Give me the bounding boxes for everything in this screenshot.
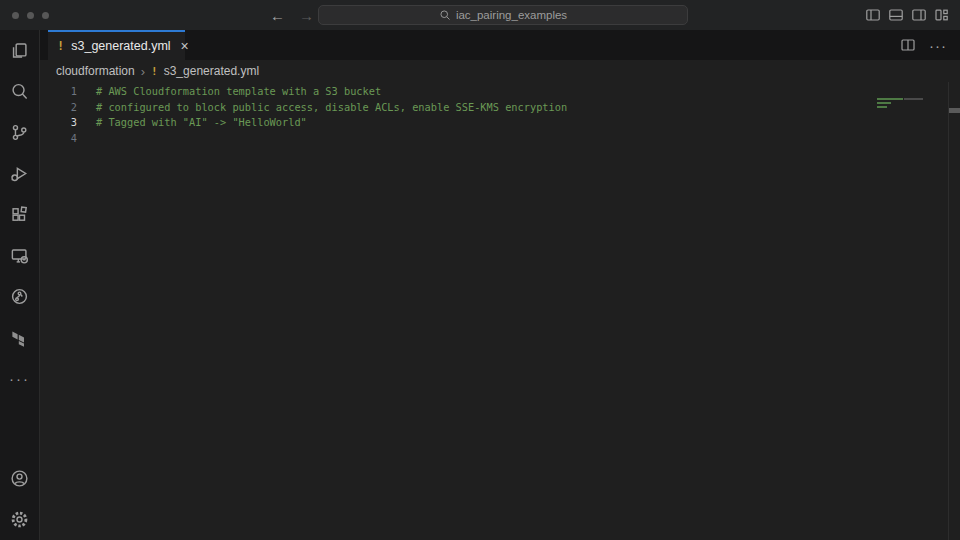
toggle-primary-sidebar-icon[interactable]: [865, 7, 881, 23]
editor-more-actions-icon[interactable]: ···: [929, 37, 947, 54]
breadcrumb: cloudformation › ! s3_generated.yml: [40, 60, 960, 82]
sidebar-item-remote-explorer[interactable]: [0, 235, 40, 276]
tab-bar: ! s3_generated.yml × ···: [40, 30, 960, 60]
gear-icon: [10, 510, 29, 529]
editor-scrollbar[interactable]: [948, 82, 960, 540]
sidebar-item-git-graph[interactable]: [0, 276, 40, 317]
more-actions-icon: ···: [9, 370, 30, 387]
code-line[interactable]: 4: [40, 131, 960, 147]
run-and-debug-icon: [10, 164, 29, 183]
command-center-text: iac_pairing_examples: [456, 9, 567, 21]
window-controls[interactable]: [12, 12, 49, 19]
window-zoom-button[interactable]: [42, 12, 49, 19]
navigate-back-icon[interactable]: ←: [270, 7, 285, 24]
code-line[interactable]: 1 # AWS Cloudformation template with a S…: [40, 84, 960, 100]
search-icon: [439, 9, 451, 21]
tab-label: s3_generated.yml: [71, 39, 170, 53]
breadcrumb-file[interactable]: s3_generated.yml: [164, 64, 259, 78]
line-number: 4: [40, 131, 77, 147]
scrollbar-handle[interactable]: [949, 108, 960, 113]
source-control-icon: [10, 123, 29, 142]
line-number: 2: [40, 100, 77, 116]
title-bar: ← → iac_pairing_examples: [0, 0, 960, 30]
sidebar-item-extensions[interactable]: [0, 194, 40, 235]
minimap[interactable]: [877, 98, 935, 110]
sidebar-item-explorer[interactable]: [0, 30, 40, 71]
line-number: 1: [40, 84, 77, 100]
warning-icon: !: [151, 65, 158, 78]
sidebar-item-accounts[interactable]: [0, 458, 40, 499]
code-editor[interactable]: 1 # AWS Cloudformation template with a S…: [40, 82, 960, 540]
activity-bar: ···: [0, 30, 40, 540]
chevron-right-icon: ›: [141, 64, 145, 79]
line-text: # configured to block public access, dis…: [77, 100, 567, 116]
warning-icon: !: [57, 39, 64, 53]
files-icon: [10, 41, 29, 60]
extensions-icon: [10, 205, 29, 224]
git-graph-icon: [10, 287, 29, 306]
breadcrumb-folder[interactable]: cloudformation: [56, 64, 135, 78]
sidebar-item-run-debug[interactable]: [0, 153, 40, 194]
command-center-search[interactable]: iac_pairing_examples: [318, 5, 688, 25]
search-icon: [10, 82, 29, 101]
line-text: [77, 131, 96, 147]
line-text: # Tagged with "AI" -> "HelloWorld": [77, 115, 307, 131]
toggle-panel-icon[interactable]: [888, 7, 904, 23]
navigate-forward-icon[interactable]: →: [299, 7, 314, 24]
sidebar-item-terraform[interactable]: [0, 317, 40, 358]
sidebar-item-source-control[interactable]: [0, 112, 40, 153]
line-text: # AWS Cloudformation template with a S3 …: [77, 84, 381, 100]
editor-group: ! s3_generated.yml × ··· cloudformation …: [40, 30, 960, 540]
account-icon: [10, 469, 29, 488]
toggle-secondary-sidebar-icon[interactable]: [911, 7, 927, 23]
terraform-icon: [10, 328, 29, 347]
window-close-button[interactable]: [12, 12, 19, 19]
tab-close-icon[interactable]: ×: [181, 39, 189, 53]
sidebar-item-more[interactable]: ···: [0, 358, 40, 399]
code-line[interactable]: 2 # configured to block public access, d…: [40, 100, 960, 116]
split-editor-icon[interactable]: [900, 37, 916, 53]
customize-layout-icon[interactable]: [934, 7, 950, 23]
sidebar-item-search[interactable]: [0, 71, 40, 112]
remote-explorer-icon: [10, 246, 29, 265]
code-line-active[interactable]: 3 # Tagged with "AI" -> "HelloWorld": [40, 115, 960, 131]
tab-s3-generated-yml[interactable]: ! s3_generated.yml ×: [48, 30, 185, 60]
line-number: 3: [40, 115, 77, 131]
window-minimize-button[interactable]: [27, 12, 34, 19]
sidebar-item-settings[interactable]: [0, 499, 40, 540]
